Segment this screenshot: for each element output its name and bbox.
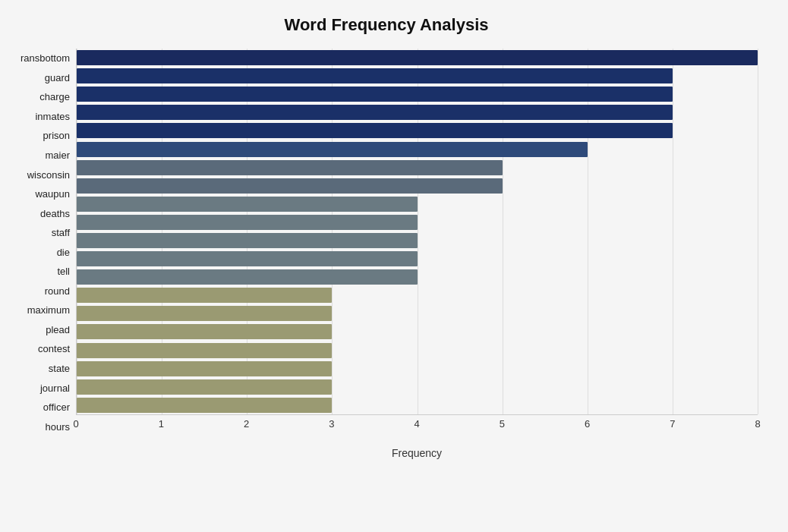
y-label: tell <box>15 262 70 282</box>
y-labels: ransbottomguardchargeinmatesprisonmaierw… <box>15 49 76 459</box>
bar <box>77 50 758 65</box>
chart-area: ransbottomguardchargeinmatesprisonmaierw… <box>15 49 758 459</box>
bar <box>77 269 418 285</box>
bar <box>77 233 418 248</box>
y-label: charge <box>15 87 70 107</box>
bar-row <box>77 103 758 121</box>
bar-row <box>77 159 758 177</box>
bars-area <box>76 49 758 415</box>
bar <box>77 343 332 358</box>
bar-row <box>77 396 758 414</box>
bar-row <box>77 67 758 85</box>
bar-row <box>77 49 758 67</box>
y-label: ransbottom <box>15 49 70 68</box>
x-tick: 0 <box>73 418 78 430</box>
bar-row <box>77 140 758 158</box>
bar <box>77 251 418 266</box>
y-label: wisconsin <box>15 165 70 184</box>
bar <box>77 324 332 339</box>
bar-row <box>77 213 758 231</box>
x-tick: 7 <box>670 418 675 430</box>
x-axis: 012345678 <box>76 415 758 433</box>
bar-row <box>77 195 758 213</box>
bar-row <box>77 250 758 268</box>
bar <box>77 142 588 157</box>
chart-container: Word Frequency Analysis ransbottomguardc… <box>0 0 788 532</box>
x-tick: 6 <box>585 418 590 430</box>
y-label: contest <box>15 339 70 359</box>
bar-row <box>77 231 758 250</box>
bar <box>77 68 673 83</box>
y-label: maximum <box>15 301 70 320</box>
x-tick: 1 <box>159 418 164 430</box>
bar-row <box>77 378 758 396</box>
bar <box>77 215 418 230</box>
bar <box>77 178 503 194</box>
y-label: prison <box>15 126 70 146</box>
bar-row <box>77 286 758 304</box>
y-label: round <box>15 282 70 301</box>
bar <box>77 306 332 321</box>
bar-row <box>77 342 758 360</box>
bar-row <box>77 360 758 378</box>
y-label: hours <box>15 417 70 436</box>
y-label: deaths <box>15 203 70 223</box>
bar-row <box>77 121 758 140</box>
x-tick: 8 <box>755 418 760 430</box>
bar-row <box>77 177 758 195</box>
y-label: inmates <box>15 107 70 127</box>
bar-row <box>77 85 758 103</box>
y-label: guard <box>15 68 70 88</box>
bar-row <box>77 304 758 323</box>
bar <box>77 197 418 212</box>
y-label: staff <box>15 223 70 243</box>
y-label: state <box>15 359 70 379</box>
bar-row <box>77 268 758 286</box>
y-label: plead <box>15 320 70 340</box>
y-label: maier <box>15 146 70 165</box>
bar <box>77 87 673 102</box>
grid-line <box>758 49 758 414</box>
y-label: die <box>15 242 70 262</box>
y-label: journal <box>15 378 70 398</box>
x-tick: 4 <box>414 418 419 430</box>
y-label: waupun <box>15 184 70 204</box>
bar <box>77 160 503 175</box>
x-axis-label: Frequency <box>76 447 758 459</box>
bar <box>77 123 673 138</box>
x-tick: 2 <box>244 418 249 430</box>
bar-row <box>77 323 758 341</box>
y-label: officer <box>15 398 70 417</box>
bar <box>77 398 332 413</box>
bar <box>77 379 332 395</box>
x-tick: 3 <box>329 418 334 430</box>
bars-and-xaxis: 012345678 Frequency <box>76 49 758 459</box>
bar <box>77 361 332 376</box>
x-tick: 5 <box>500 418 505 430</box>
chart-title: Word Frequency Analysis <box>15 15 758 35</box>
bar <box>77 105 673 120</box>
bar <box>77 288 332 303</box>
